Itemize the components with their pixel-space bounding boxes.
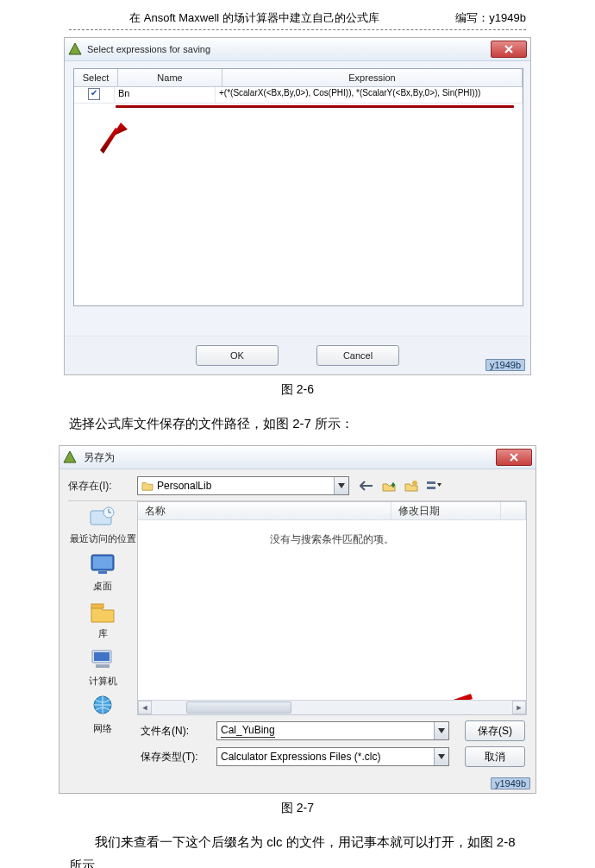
row-checkbox-cell[interactable]: ✔ — [74, 87, 115, 103]
dialog-body: 1CAE.COM 保存在(I): PersonalLib — [60, 469, 536, 793]
svg-marker-0 — [69, 43, 81, 54]
scroll-right-button[interactable]: ► — [512, 701, 526, 714]
recent-icon — [88, 504, 117, 530]
filename-label: 文件名(N): — [137, 724, 216, 739]
dropdown-arrow[interactable] — [334, 477, 348, 494]
filename-value: Cal_YuBing — [221, 724, 275, 738]
place-network[interactable]: 网络 — [68, 693, 137, 735]
paragraph-1: 选择公式库文件保存的文件路径，如图 2-7 所示： — [0, 412, 595, 435]
place-library[interactable]: 库 — [68, 598, 137, 640]
place-desktop[interactable]: 桌面 — [68, 550, 137, 593]
save-in-row: 保存在(I): PersonalLib — [68, 476, 527, 495]
back-icon — [360, 481, 373, 491]
checkbox-icon[interactable]: ✔ — [88, 88, 100, 100]
chevron-down-icon — [338, 483, 345, 488]
col-name[interactable]: Name — [118, 69, 222, 86]
dialog-content: Select Name Expression ✔ Bn +(*(ScalarX(… — [65, 61, 530, 336]
horizontal-scrollbar[interactable]: ◄ ► — [138, 700, 526, 714]
dialog-title: Select expressions for saving — [87, 44, 491, 54]
svg-rect-16 — [94, 652, 110, 661]
place-label: 网络 — [68, 722, 137, 735]
place-computer[interactable]: 计算机 — [68, 645, 137, 688]
col-spacer — [501, 502, 526, 519]
close-icon — [510, 453, 518, 462]
svg-marker-4 — [338, 483, 345, 488]
svg-marker-2 — [100, 128, 119, 154]
row-name: Bn — [115, 87, 216, 103]
col-select[interactable]: Select — [74, 69, 118, 86]
col-expression[interactable]: Expression — [222, 69, 523, 86]
place-label: 桌面 — [68, 580, 137, 593]
empty-message: 没有与搜索条件匹配的项。 — [138, 532, 526, 547]
svg-rect-14 — [91, 604, 103, 608]
folder-icon — [141, 481, 153, 491]
scroll-thumb[interactable] — [186, 701, 291, 714]
titlebar: Select expressions for saving — [65, 38, 530, 61]
file-pane: 最近访问的位置 桌面 库 计算机 — [68, 500, 527, 715]
svg-rect-7 — [427, 487, 435, 489]
watermark-label: y1949b — [485, 359, 525, 371]
folder-combo[interactable]: PersonalLib — [137, 476, 349, 495]
save-in-label: 保存在(I): — [68, 479, 137, 494]
col-name[interactable]: 名称 — [138, 502, 391, 519]
page-header: 在 Ansoft Maxwell 的场计算器中建立自己的公式库 编写：y1949… — [0, 10, 595, 26]
figure-caption-27: 图 2-7 — [0, 801, 595, 816]
ok-button[interactable]: OK — [196, 345, 279, 366]
place-recent[interactable]: 最近访问的位置 — [68, 503, 137, 545]
places-bar: 最近访问的位置 桌面 库 计算机 — [68, 501, 137, 715]
up-button[interactable] — [380, 477, 398, 494]
col-date[interactable]: 修改日期 — [391, 502, 501, 519]
svg-rect-6 — [427, 481, 435, 484]
filename-row: 文件名(N): Cal_YuBing 保存(S) — [68, 720, 527, 741]
cancel-button[interactable]: Cancel — [316, 345, 399, 366]
close-button[interactable] — [491, 41, 527, 58]
chevron-down-icon — [438, 728, 445, 733]
cancel-button[interactable]: 取消 — [465, 746, 525, 767]
filetype-row: 保存类型(T): Calculator Expressions Files (*… — [68, 746, 527, 767]
filetype-value: Calculator Expressions Files (*.clc) — [221, 751, 380, 763]
doc-title: 在 Ansoft Maxwell 的场计算器中建立自己的公式库 — [69, 10, 440, 26]
new-folder-icon — [404, 480, 418, 492]
back-button[interactable] — [358, 477, 375, 494]
folder-name: PersonalLib — [157, 480, 211, 492]
toolbar — [358, 477, 442, 494]
view-menu-button[interactable] — [425, 477, 442, 494]
dialog-save-as: 另存为 1CAE.COM 保存在(I): PersonalLib — [59, 445, 536, 794]
filetype-combo[interactable]: Calculator Expressions Files (*.clc) — [216, 747, 449, 766]
filetype-label: 保存类型(T): — [137, 750, 216, 764]
svg-rect-17 — [96, 664, 110, 668]
close-icon — [504, 45, 513, 53]
svg-rect-13 — [98, 571, 107, 574]
svg-marker-22 — [438, 754, 445, 759]
grid-header: Select Name Expression — [74, 69, 523, 87]
row-expression: +(*(ScalarX(<Bx,By,0>), Cos(PHI)), *(Sca… — [216, 87, 523, 103]
svg-point-5 — [412, 481, 417, 486]
place-label: 计算机 — [68, 675, 137, 688]
desktop-icon — [88, 551, 117, 577]
expressions-grid: Select Name Expression ✔ Bn +(*(ScalarX(… — [73, 68, 523, 306]
computer-icon — [88, 646, 117, 672]
paragraph-2: 我们来查看一下这个后缀名为 clc 的文件，用记事本就可以打开，如图 2-8 所… — [0, 830, 595, 868]
svg-marker-8 — [437, 483, 442, 487]
scroll-left-button[interactable]: ◄ — [138, 701, 152, 714]
watermark-label: y1949b — [491, 777, 530, 789]
new-folder-button[interactable] — [403, 477, 420, 494]
annotation-underline — [116, 105, 514, 108]
annotation-arrow — [95, 121, 129, 155]
folder-up-icon — [382, 480, 396, 492]
dropdown-arrow[interactable] — [434, 748, 448, 765]
dropdown-arrow[interactable] — [434, 722, 448, 739]
view-icon — [426, 480, 442, 492]
place-label: 库 — [68, 627, 137, 640]
close-button[interactable] — [496, 449, 532, 466]
save-button[interactable]: 保存(S) — [465, 720, 525, 741]
dialog-select-expressions: Select expressions for saving Select Nam… — [64, 37, 531, 375]
scroll-track[interactable] — [152, 701, 512, 714]
doc-author: 编写：y1949b — [440, 10, 526, 26]
grid-row[interactable]: ✔ Bn +(*(ScalarX(<Bx,By,0>), Cos(PHI)), … — [74, 87, 523, 104]
place-label: 最近访问的位置 — [68, 532, 137, 545]
filename-input[interactable]: Cal_YuBing — [216, 721, 449, 740]
titlebar: 另存为 — [60, 446, 536, 469]
svg-rect-12 — [93, 557, 112, 569]
file-list[interactable]: 名称 修改日期 没有与搜索条件匹配的项。 ◄ ► — [137, 501, 527, 715]
